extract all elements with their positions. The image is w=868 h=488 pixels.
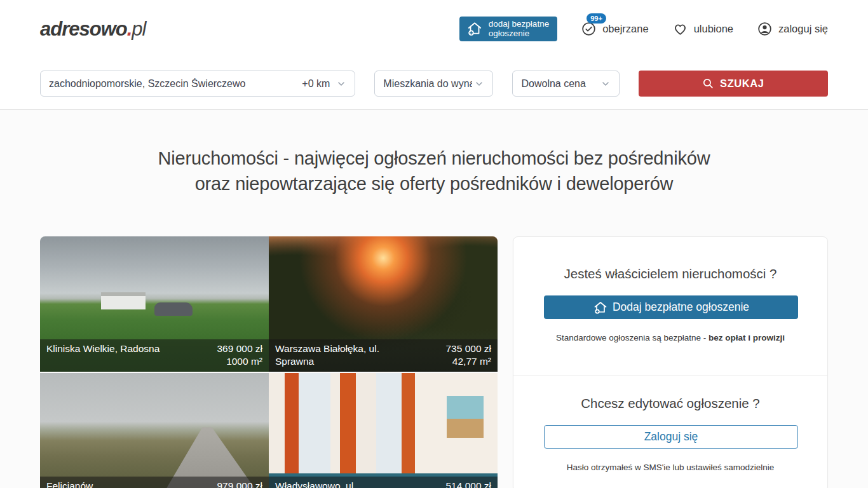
location-input[interactable]: zachodniopomorskie, Szczecin Świerczewo … [40,71,355,97]
search-button[interactable]: SZUKAJ [639,71,828,97]
listing-location: Warszawa Białołęka, ul. Sprawna [275,342,400,368]
listing-area: 42,77 m² [445,355,491,368]
login-label: zaloguj się [778,23,828,35]
owner-heading: Jesteś właścicielem nieruchomości ? [544,266,797,281]
listing-caption: Władysławowo, ul. 514 000 zł [269,477,498,488]
listing-price-area: 514 000 zł [445,480,491,488]
login-sidebar-button[interactable]: Zaloguj się [544,425,798,449]
login-sidebar-label: Zaloguj się [644,430,698,444]
listing-caption: Felicjanów 979 000 zł [40,477,269,488]
house-plus-icon [466,20,483,37]
header-top-row: adresowo.pl dodaj bezpłatne ogłoszenie [40,17,828,41]
favorites-label: ulubione [694,23,733,35]
viewed-count-badge: 99+ [587,13,606,24]
category-value: Mieszkania do wynajęc [383,78,472,90]
listing-location: Kliniska Wielkie, Radosna [46,342,159,368]
listing-card[interactable]: Kliniska Wielkie, Radosna 369 000 zł 100… [40,236,269,372]
nav-item-viewed[interactable]: 99+ obejrzane [581,21,648,37]
listings-grid: Kliniska Wielkie, Radosna 369 000 zł 100… [40,236,498,488]
listing-price-area: 369 000 zł 1000 m² [217,342,262,368]
person-circle-icon [757,21,773,37]
add-listing-sidebar-label: Dodaj bezpłatne ogłoszenie [613,301,749,314]
listing-caption: Warszawa Białołęka, ul. Sprawna 735 000 … [269,339,498,372]
price-select[interactable]: Dowolna cena [512,71,619,97]
category-select[interactable]: Mieszkania do wynajęc [374,71,493,97]
listing-card[interactable]: Warszawa Białołęka, ul. Sprawna 735 000 … [269,236,498,372]
main-content: Kliniska Wielkie, Radosna 369 000 zł 100… [0,236,868,488]
listing-price: 369 000 zł [217,342,262,355]
owner-note-bold: bez opłat i prowizji [709,333,785,342]
site-header: adresowo.pl dodaj bezpłatne ogłoszenie [0,0,868,110]
location-value: zachodniopomorskie, Szczecin Świerczewo [49,78,302,90]
header-actions: dodaj bezpłatne ogłoszenie 99+ obejrzane [459,17,828,41]
listing-price-area: 735 000 zł 42,77 m² [445,342,491,368]
listing-location: Felicjanów [46,480,93,488]
listing-area: 1000 m² [217,355,262,368]
search-button-label: SZUKAJ [720,78,764,90]
logo-tld: pl [132,18,146,40]
nav-item-favorites[interactable]: ulubione [672,21,733,37]
listing-price-area: 979 000 zł [217,480,262,488]
chevron-down-icon [336,79,346,89]
nav-item-login[interactable]: zaloguj się [757,21,828,37]
owner-note: Standardowe ogłoszenia są bezpłatne - be… [544,333,797,342]
page-title-line2: oraz niepowtarzające się oferty pośredni… [0,171,868,196]
listing-location: Władysławowo, ul. [275,480,356,488]
house-plus-icon [593,300,608,315]
listing-price: 979 000 zł [217,480,262,488]
listing-price: 514 000 zł [445,480,491,488]
heart-icon [672,21,688,37]
search-icon [702,78,714,90]
listing-card[interactable]: Władysławowo, ul. 514 000 zł [269,373,498,488]
chevron-down-icon [600,79,611,89]
listing-card[interactable]: Felicjanów 979 000 zł [40,373,269,488]
chevron-down-icon [474,79,484,89]
listing-caption: Kliniska Wielkie, Radosna 369 000 zł 100… [40,339,269,372]
edit-heading: Chcesz edytować ogłoszenie ? [544,396,797,411]
add-listing-label: dodaj bezpłatne ogłoszenie [489,19,549,38]
page-title: Nieruchomości - najwięcej ogłoszeń nieru… [0,146,868,196]
page-title-line1: Nieruchomości - najwięcej ogłoszeń nieru… [0,146,868,171]
edit-section: Chcesz edytować ogłoszenie ? Zaloguj się… [513,376,827,488]
search-bar: zachodniopomorskie, Szczecin Świerczewo … [40,71,828,97]
listing-price: 735 000 zł [445,342,491,355]
radius-select[interactable]: +0 km [302,78,346,90]
logo[interactable]: adresowo.pl [40,18,146,41]
owner-panel: Jesteś właścicielem nieruchomości ? Doda… [513,236,828,488]
logo-brand: adresowo [40,18,127,40]
edit-note: Hasło otrzymałeś w SMS'ie lub ustawiłeś … [544,463,797,472]
radius-value: +0 km [302,78,330,90]
price-value: Dowolna cena [521,78,585,90]
viewed-label: obejrzane [602,23,648,35]
owner-section: Jesteś właścicielem nieruchomości ? Doda… [513,237,827,376]
sidebar: Jesteś właścicielem nieruchomości ? Doda… [513,236,828,488]
add-listing-button[interactable]: dodaj bezpłatne ogłoszenie [459,17,557,41]
add-listing-sidebar-button[interactable]: Dodaj bezpłatne ogłoszenie [544,295,798,319]
